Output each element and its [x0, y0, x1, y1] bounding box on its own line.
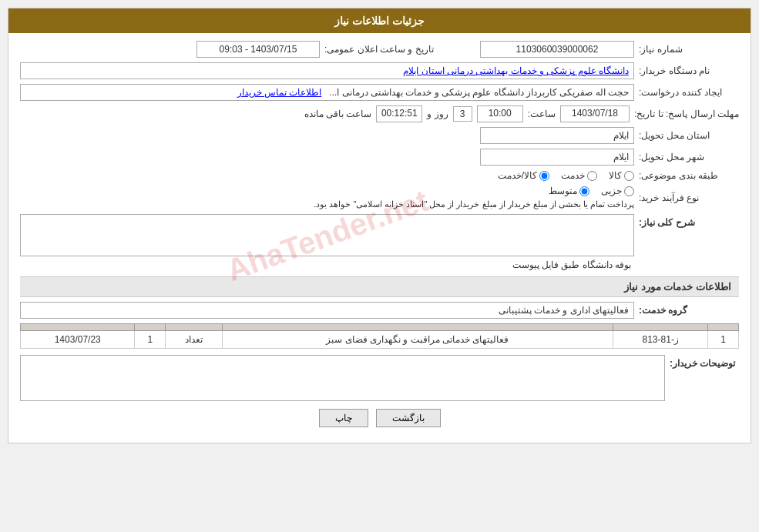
category-khedmat-label: خدمت [561, 170, 585, 181]
back-button[interactable]: بازگشت [376, 409, 441, 427]
purchase-type-label: نوع فرآیند خرید: [639, 192, 739, 203]
table-row: 1ز-81-813فعالیتهای خدماتی مراقبت و نگهدا… [21, 331, 739, 349]
need-number-value: 1103060039000062 [480, 41, 634, 58]
public-announce-label: تاریخ و ساعت اعلان عمومی: [324, 44, 448, 55]
purchase-motavasset-label: متوسط [549, 186, 577, 196]
creator-label: ایجاد کننده درخواست: [639, 87, 739, 98]
col-header-unit [166, 324, 222, 331]
category-label: طبقه بندی موضوعی: [639, 170, 739, 181]
province-label: استان محل تحویل: [639, 130, 739, 141]
col-header-qty [135, 324, 166, 331]
col-header-date [21, 324, 135, 331]
creator-contact-link[interactable]: اطلاعات تماس خریدار [237, 87, 322, 98]
city-value: ایلام [480, 149, 634, 166]
service-group-value: فعالیتهای اداری و خدمات پشتیبانی [20, 302, 634, 319]
deadline-remaining-label: ساعت باقی مانده [304, 109, 372, 119]
col-header-name [222, 324, 613, 331]
print-button[interactable]: چاپ [319, 409, 368, 427]
page-header: جزئیات اطلاعات نیاز [8, 8, 751, 33]
services-table: 1ز-81-813فعالیتهای خدماتی مراقبت و نگهدا… [20, 323, 739, 349]
buyer-notes-section: توضیحات خریدار: [20, 355, 739, 401]
deadline-remaining: 00:12:51 [376, 105, 422, 122]
service-group-label: گروه خدمت: [639, 305, 739, 316]
creator-value: حجت اله صفریکی کاربرداز دانشگاه علوم پزش… [20, 84, 634, 101]
category-kala-khedmat-label: کالا/خدمت [498, 170, 537, 181]
buyer-label: نام دستگاه خریدار: [639, 65, 739, 76]
purchase-jozi-label: جزیی [601, 186, 622, 196]
services-section-title: اطلاعات خدمات مورد نیاز [20, 276, 739, 297]
public-announce-value: 1403/07/15 - 09:03 [196, 41, 320, 58]
deadline-days-value: 3 [453, 106, 472, 122]
need-number-label: شماره نیاز: [639, 44, 739, 55]
category-option-khedmat[interactable]: خدمت [561, 170, 597, 181]
services-table-section: 1ز-81-813فعالیتهای خدماتی مراقبت و نگهدا… [20, 323, 739, 349]
city-label: شهر محل تحویل: [639, 152, 739, 162]
deadline-date: 1403/07/18 [560, 105, 630, 122]
category-kala-label: کالا [609, 170, 622, 181]
deadline-time-label: ساعت: [528, 109, 556, 119]
buyer-link[interactable]: دانشگاه علوم پزشکی و خدمات بهداشتی درمان… [403, 65, 629, 76]
buyer-notes-label: توضیحات خریدار: [670, 355, 739, 369]
button-row: بازگشت چاپ [20, 409, 739, 435]
buyer-value: دانشگاه علوم پزشکی و خدمات بهداشتی درمان… [20, 62, 634, 79]
general-desc-textarea[interactable] [20, 214, 634, 256]
buyer-notes-textarea[interactable] [20, 355, 665, 401]
general-desc-hint: بوفه دانشگاه طبق فایل پیوست [20, 256, 634, 270]
general-desc-label: شرح کلی نیاز: [639, 214, 739, 228]
purchase-jozi[interactable]: جزیی [601, 186, 634, 196]
deadline-time: 10:00 [477, 105, 523, 122]
deadline-day-label: روز و [427, 109, 448, 119]
purchase-type-radio-group: جزیی متوسط [20, 186, 634, 196]
province-value: ایلام [480, 127, 634, 144]
category-radio-group: کالا خدمت کالا/خدمت [498, 170, 634, 181]
purchase-motavasset[interactable]: متوسط [549, 186, 589, 196]
category-option-kala[interactable]: کالا [609, 170, 634, 181]
response-deadline-label: مهلت ارسال پاسخ: تا تاریخ: [634, 109, 739, 119]
purchase-notice: پرداخت تمام یا بخشی از مبلغ خریدار از مب… [20, 199, 634, 209]
page-title: جزئیات اطلاعات نیاز [334, 15, 425, 27]
col-header-code [613, 324, 708, 331]
col-header-row [708, 324, 739, 331]
category-option-kala-khedmat[interactable]: کالا/خدمت [498, 170, 549, 181]
